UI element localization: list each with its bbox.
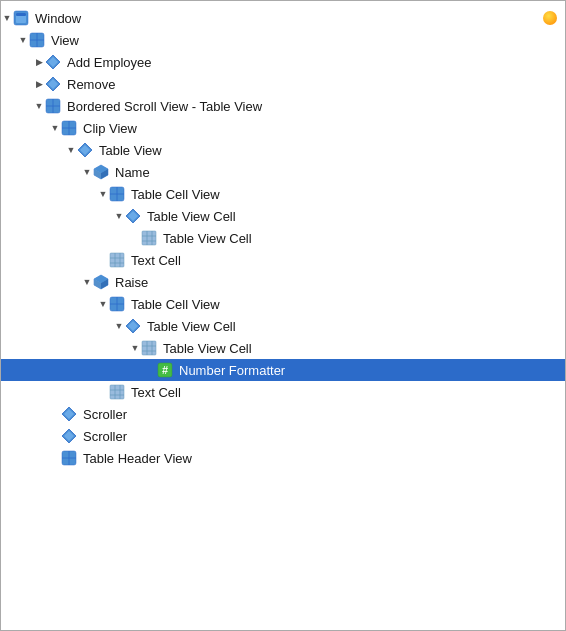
svg-rect-2 [16, 13, 26, 16]
tree-item-label: Table View Cell [147, 319, 236, 334]
tree-row-view[interactable]: ▼ View [1, 29, 565, 51]
expand-triangle-icon[interactable]: ▼ [65, 144, 77, 156]
tree-row-raise-tcv[interactable]: ▼ Table Cell View [1, 293, 565, 315]
grid-icon [141, 340, 160, 356]
grid-icon [109, 252, 128, 268]
tree-item-label: Number Formatter [179, 363, 285, 378]
tree-item-label: Table View Cell [163, 231, 252, 246]
tree-item-label: Window [35, 11, 81, 26]
grid-icon [109, 384, 128, 400]
tree-row-table-view[interactable]: ▼ Table View [1, 139, 565, 161]
expand-triangle-icon[interactable]: ▶ [33, 78, 45, 90]
expand-triangle-icon[interactable]: ▼ [113, 320, 125, 332]
diamond-icon [61, 406, 80, 422]
tree-row-bordered-scroll[interactable]: ▼ Bordered Scroll View - Table View [1, 95, 565, 117]
diamond-icon [125, 208, 144, 224]
tree-item-label: Table View [99, 143, 162, 158]
expand-triangle-icon[interactable]: ▼ [81, 166, 93, 178]
tree-item-label: Raise [115, 275, 148, 290]
tree-row-raise-textcell[interactable]: Text Cell [1, 381, 565, 403]
diamond-icon [125, 318, 144, 334]
window-icon [13, 10, 32, 26]
diamond-icon [45, 76, 64, 92]
svg-rect-27 [142, 231, 156, 245]
triangle-spacer [145, 364, 157, 376]
svg-text:#: # [162, 364, 168, 376]
diamond-icon [77, 142, 96, 158]
tree-item-label: Remove [67, 77, 115, 92]
expand-triangle-icon[interactable]: ▶ [33, 56, 45, 68]
tree-row-scroller1[interactable]: Scroller [1, 403, 565, 425]
tree-item-label: Text Cell [131, 253, 181, 268]
hash-icon: # [157, 362, 176, 378]
tree-row-window[interactable]: ▼ Window [1, 7, 565, 29]
triangle-spacer [97, 386, 109, 398]
expand-triangle-icon[interactable]: ▼ [17, 34, 29, 46]
tree-row-raise-tvc1[interactable]: ▼ Table View Cell [1, 315, 565, 337]
tree-row-raise-col[interactable]: ▼ Raise [1, 271, 565, 293]
triangle-spacer [49, 408, 61, 420]
view-icon [109, 186, 128, 202]
cube-icon [93, 274, 112, 290]
tree-item-label: Text Cell [131, 385, 181, 400]
tree-item-label: View [51, 33, 79, 48]
tree-row-name-col[interactable]: ▼ Name [1, 161, 565, 183]
tree-row-name-tvc2[interactable]: Table View Cell [1, 227, 565, 249]
tree-item-label: Scroller [83, 407, 127, 422]
expand-triangle-icon[interactable]: ▼ [113, 210, 125, 222]
expand-triangle-icon[interactable]: ▼ [49, 122, 61, 134]
view-icon [61, 120, 80, 136]
tree-item-label: Table Cell View [131, 297, 220, 312]
tree-row-scroller2[interactable]: Scroller [1, 425, 565, 447]
tree-row-name-textcell[interactable]: Text Cell [1, 249, 565, 271]
triangle-spacer [49, 452, 61, 464]
triangle-spacer [49, 430, 61, 442]
tree-row-raise-tvc2[interactable]: ▼ Table View Cell [1, 337, 565, 359]
tree-item-label: Table Cell View [131, 187, 220, 202]
tree-row-table-header[interactable]: Table Header View [1, 447, 565, 469]
expand-triangle-icon[interactable]: ▼ [33, 100, 45, 112]
tree-row-number-formatter[interactable]: # Number Formatter [1, 359, 565, 381]
svg-rect-46 [142, 341, 156, 355]
view-icon [61, 450, 80, 466]
tree-row-add-employee[interactable]: ▶ Add Employee [1, 51, 565, 73]
tree-item-label: Bordered Scroll View - Table View [67, 99, 262, 114]
expand-triangle-icon[interactable]: ▼ [1, 12, 13, 24]
tree-item-label: Table View Cell [163, 341, 252, 356]
tree-row-remove[interactable]: ▶ Remove [1, 73, 565, 95]
expand-triangle-icon[interactable]: ▼ [129, 342, 141, 354]
svg-rect-53 [110, 385, 124, 399]
diamond-icon [45, 54, 64, 70]
tree-item-label: Name [115, 165, 150, 180]
expand-triangle-icon[interactable]: ▼ [81, 276, 93, 288]
view-icon [29, 32, 48, 48]
triangle-spacer [129, 232, 141, 244]
expand-triangle-icon[interactable]: ▼ [97, 188, 109, 200]
tree-item-label: Add Employee [67, 55, 152, 70]
tree-container: ▼ Window▼ View▶ Add Employee▶ Remove▼ Bo… [1, 1, 565, 630]
view-icon [45, 98, 64, 114]
diamond-icon [61, 428, 80, 444]
tree-item-label: Clip View [83, 121, 137, 136]
expand-triangle-icon[interactable]: ▼ [97, 298, 109, 310]
cube-icon [93, 164, 112, 180]
triangle-spacer [97, 254, 109, 266]
tree-row-name-tcv[interactable]: ▼ Table Cell View [1, 183, 565, 205]
orange-indicator [543, 11, 557, 25]
svg-rect-32 [110, 253, 124, 267]
window: ▼ Window▼ View▶ Add Employee▶ Remove▼ Bo… [0, 0, 566, 631]
tree-row-name-tvc1[interactable]: ▼ Table View Cell [1, 205, 565, 227]
tree-item-label: Table Header View [83, 451, 192, 466]
tree-row-clip-view[interactable]: ▼ Clip View [1, 117, 565, 139]
grid-icon [141, 230, 160, 246]
tree-item-label: Scroller [83, 429, 127, 444]
view-icon [109, 296, 128, 312]
tree-item-label: Table View Cell [147, 209, 236, 224]
